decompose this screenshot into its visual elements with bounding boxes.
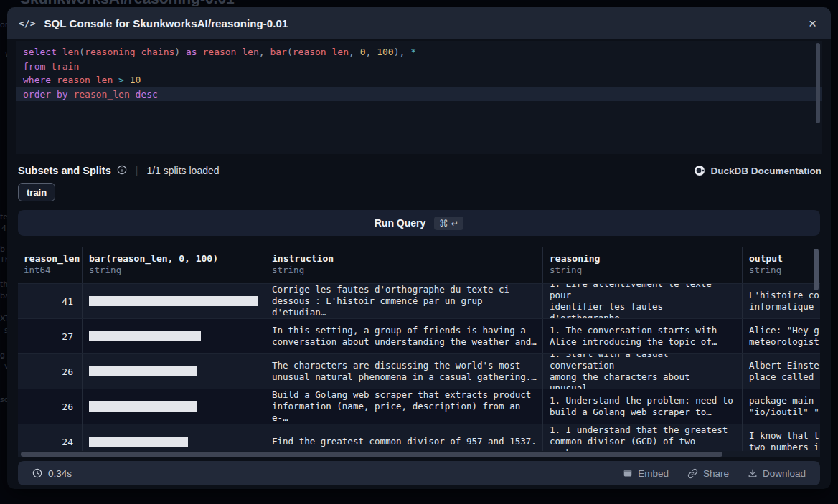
- column-name: output: [743, 247, 820, 264]
- table-row: 27In this setting, a group of friends is…: [18, 318, 820, 353]
- table-horizontal-scrollbar[interactable]: [18, 451, 820, 457]
- cell-instruction: Build a Golang web scraper that extracts…: [265, 389, 543, 424]
- close-icon[interactable]: ×: [806, 15, 819, 32]
- table-row: 26Build a Golang web scraper that extrac…: [18, 389, 820, 424]
- column-name: instruction: [265, 247, 542, 264]
- duckdb-docs-label: DuckDB Documentation: [710, 166, 821, 176]
- column-header-reason-len: reason_lenint64: [18, 247, 83, 283]
- cell-reason-len: 41: [18, 284, 83, 318]
- table-vertical-scrollbar[interactable]: [814, 249, 819, 290]
- modal-header: </> SQL Console for SkunkworksAI/reasoni…: [7, 7, 831, 39]
- cell-reasoning: 1. Lire attentivement le texte pour iden…: [543, 284, 743, 318]
- column-type: string: [743, 264, 820, 275]
- cell-instruction-text: In this setting, a group of friends is h…: [272, 325, 537, 348]
- table-row: 41Corrige les fautes d'orthographe du te…: [18, 283, 820, 318]
- cell-instruction-text: Find the greatest common divisor of 957 …: [272, 436, 537, 447]
- background-fragment: g: [0, 351, 5, 360]
- cell-reasoning-text: 1. Lire attentivement le texte pour iden…: [550, 284, 738, 318]
- run-query-button[interactable]: Run Query ⌘ ↵: [18, 210, 820, 236]
- clock-icon: [32, 468, 42, 478]
- sql-line: order by reason_len desc: [16, 87, 822, 102]
- column-name: reasoning: [543, 247, 742, 264]
- duckdb-logo-icon: [694, 165, 705, 176]
- cell-reason-len: 27: [18, 319, 83, 353]
- cell-instruction-text: Corrige les fautes d'orthographe du text…: [272, 284, 538, 318]
- cell-output: Alice: "Hey g meteorologist: [743, 319, 820, 353]
- sql-line: select len(reasoning_chains) as reason_l…: [16, 45, 822, 60]
- sql-line: where reason_len > 10: [16, 73, 822, 87]
- link-icon: [687, 468, 698, 479]
- download-button[interactable]: Download: [748, 468, 806, 479]
- cell-output-text: Alice: "Hey g meteorologist: [749, 325, 819, 348]
- splits-loaded-status: 1/1 splits loaded: [146, 165, 219, 176]
- cell-reasoning: 1. The conversation starts with Alice in…: [543, 319, 743, 353]
- cell-output: package main "io/ioutil" ": [743, 389, 820, 424]
- embed-button[interactable]: Embed: [623, 468, 669, 479]
- cell-reasoning-text: 1. Understand the problem: need to build…: [550, 395, 733, 418]
- bar-glyph: [89, 401, 197, 412]
- cell-output: Albert Einste place called: [743, 354, 820, 389]
- duckdb-docs-link[interactable]: DuckDB Documentation: [694, 165, 821, 176]
- column-name: reason_len: [18, 247, 82, 264]
- sql-code: select len(reasoning_chains) as reason_l…: [16, 41, 822, 101]
- modal-title: SQL Console for SkunkworksAI/reasoning-0…: [44, 17, 288, 29]
- background-fragment: b: [0, 244, 5, 254]
- query-footer: 0.34s Embed Share: [18, 461, 820, 485]
- cell-output-text: package main "io/ioutil" ": [749, 395, 819, 418]
- column-header-output: outputstring: [743, 247, 820, 283]
- subsets-row: Subsets and Splits | 1/1 splits loaded D…: [18, 163, 821, 179]
- code-icon: </>: [19, 18, 35, 29]
- cell-instruction: In this setting, a group of friends is h…: [265, 319, 543, 353]
- cell-bar: [83, 319, 265, 353]
- cell-bar: [83, 389, 265, 424]
- table-row: 26The characters are discussing the worl…: [18, 353, 820, 389]
- query-duration: 0.34s: [32, 468, 72, 479]
- cell-output: L'histoire co informatique: [743, 284, 820, 318]
- bar-glyph: [89, 366, 197, 376]
- column-type: int64: [18, 264, 82, 275]
- column-type: string: [543, 264, 742, 275]
- split-chip-label: train: [27, 187, 47, 198]
- download-label: Download: [763, 468, 806, 479]
- column-header-bar-reason-len-0-100-: bar(reason_len, 0, 100)string: [83, 247, 265, 283]
- column-header-reasoning: reasoningstring: [543, 247, 743, 283]
- cell-output-text: Albert Einste place called: [749, 360, 819, 383]
- share-label: Share: [703, 468, 729, 479]
- embed-label: Embed: [638, 468, 669, 479]
- sql-console-modal: </> SQL Console for SkunkworksAI/reasoni…: [7, 7, 831, 489]
- info-icon[interactable]: [117, 165, 127, 177]
- sql-line: from train: [16, 60, 822, 74]
- cell-instruction-text: The characters are discussing the world'…: [272, 360, 537, 383]
- cell-reasoning-text: 1. Start with a casual conversation amon…: [550, 354, 738, 389]
- cell-reasoning: 1. Understand the problem: need to build…: [543, 389, 743, 424]
- run-query-label: Run Query: [375, 217, 426, 229]
- cell-reasoning: 1. Start with a casual conversation amon…: [543, 354, 743, 389]
- column-type: string: [83, 264, 265, 275]
- share-button[interactable]: Share: [687, 468, 729, 479]
- cell-bar: [83, 284, 265, 318]
- cell-reason-len: 26: [18, 354, 83, 389]
- bar-glyph: [89, 331, 201, 341]
- sql-editor[interactable]: select len(reasoning_chains) as reason_l…: [16, 41, 822, 154]
- divider: |: [136, 165, 138, 176]
- column-name: bar(reason_len, 0, 100): [83, 247, 265, 264]
- page: SkunkworksAI/reasoning-0.01 orWte4bThthb…: [0, 0, 838, 504]
- table-header-row: reason_lenint64bar(reason_len, 0, 100)st…: [18, 247, 820, 283]
- editor-scrollbar[interactable]: [816, 43, 820, 123]
- cell-bar: [83, 354, 265, 389]
- download-icon: [748, 468, 758, 478]
- background-page-title: SkunkworksAI/reasoning-0.01: [20, 0, 278, 6]
- cell-reasoning-text: 1. The conversation starts with Alice in…: [550, 325, 717, 348]
- cell-instruction-text: Build a Golang web scraper that extracts…: [272, 389, 538, 424]
- column-header-instruction: instructionstring: [265, 247, 543, 283]
- bar-glyph: [89, 437, 188, 447]
- cell-reason-len: 26: [18, 389, 83, 424]
- embed-icon: [623, 468, 633, 478]
- results-table: reason_lenint64bar(reason_len, 0, 100)st…: [18, 247, 820, 457]
- cell-instruction: Corrige les fautes d'orthographe du text…: [265, 284, 543, 318]
- scrollbar-thumb[interactable]: [21, 452, 722, 457]
- split-chip-train[interactable]: train: [18, 183, 55, 201]
- cell-output-text: I know that t two numbers i: [749, 430, 819, 453]
- bar-glyph: [89, 296, 258, 306]
- column-type: string: [265, 264, 542, 275]
